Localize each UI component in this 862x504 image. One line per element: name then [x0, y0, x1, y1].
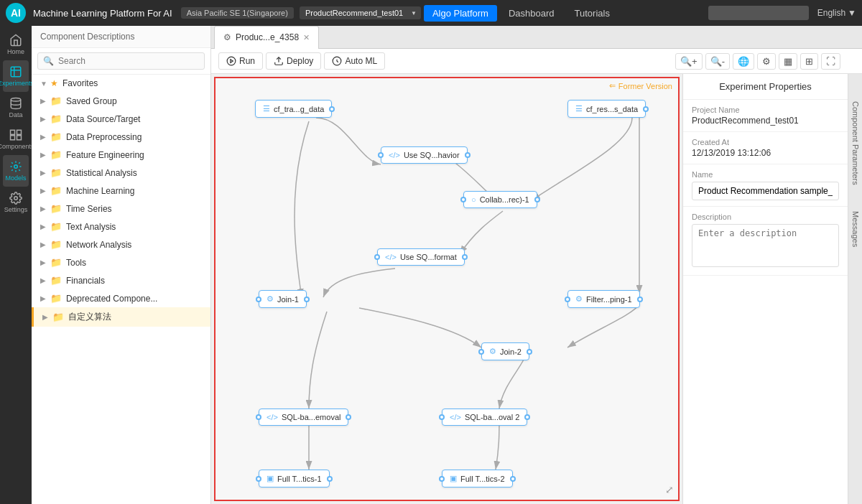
folder-icon: 📁 [50, 149, 62, 160]
node-port-right [346, 414, 351, 420]
nav-tutorials[interactable]: Tutorials [566, 5, 618, 22]
svg-point-5 [14, 165, 18, 169]
tab-label: Produc...e_4358 [236, 32, 299, 42]
side-tab-messages[interactable]: Messages [850, 205, 861, 253]
node-port-right [524, 414, 530, 420]
sidebar-icon-components[interactable]: Components [3, 123, 29, 155]
prop-label-description: Description [692, 213, 839, 221]
tab-product-recommend[interactable]: ⚙ Produc...e_4358 ✕ [214, 26, 319, 49]
component-panel: Component Descriptions 🔍 ▼ ★ Favorites ▶… [32, 26, 211, 504]
tree-item-favorites[interactable]: ▼ ★ Favorites [32, 75, 210, 92]
node-collab[interactable]: ○ Collab...rec)-1 [463, 191, 537, 208]
language-button[interactable]: English ▼ [817, 8, 856, 18]
node-sql-removal[interactable]: </> SQL-ba...emoval [259, 409, 348, 426]
node-port-right [327, 476, 333, 482]
close-tab-button[interactable]: ✕ [303, 33, 310, 42]
deploy-button[interactable]: Deploy [266, 52, 321, 70]
node-join-1[interactable]: ⚙ Join-1 [259, 290, 307, 308]
tree-item-statistical-analysis[interactable]: ▶ 📁 Statistical Analysis [32, 164, 210, 182]
tree-item-feature-engineering[interactable]: ▶ 📁 Feature Engineering [32, 146, 210, 164]
fullscreen-button[interactable]: ⛶ [821, 53, 840, 70]
run-button[interactable]: Run [218, 52, 263, 70]
sidebar-icon-settings[interactable]: Settings [3, 187, 29, 218]
auto-ml-button[interactable]: Auto ML [324, 52, 385, 70]
tree-item-data-preprocessing[interactable]: ▶ 📁 Data Preprocessing [32, 128, 210, 146]
sidebar-icon-home[interactable]: Home [3, 29, 29, 60]
tree-item-financials[interactable]: ▶ 📁 Financials [32, 271, 210, 289]
expand-arrow: ▶ [40, 169, 47, 177]
node-full-t-2[interactable]: ▣ Full T...tics-2 [442, 470, 513, 487]
main-area: ⚙ Produc...e_4358 ✕ Run Deploy Auto ML 🔍… [211, 26, 862, 504]
node-port-right [304, 297, 310, 302]
sidebar-icon-experiments[interactable]: Experiments [3, 60, 29, 92]
project-select[interactable]: ProductRecommend_test01 [300, 6, 421, 19]
node-sql-oval[interactable]: </> SQL-ba...oval 2 [442, 409, 527, 426]
sidebar-icon-data[interactable]: Data [3, 92, 29, 123]
folder-icon: 📁 [50, 293, 62, 304]
folder-icon: 📁 [50, 257, 62, 268]
expand-arrow: ▶ [42, 313, 50, 321]
node-use-sq-havior[interactable]: </> Use SQ...havior [381, 146, 468, 164]
tree-item-saved-group[interactable]: ▶ 📁 Saved Group [32, 92, 210, 110]
project-select-wrap[interactable]: ProductRecommend_test01 [300, 6, 421, 19]
folder-icon: 📁 [50, 167, 62, 178]
node-port-right [462, 254, 468, 260]
grid1-button[interactable]: ▦ [779, 53, 797, 70]
nav-dashboard[interactable]: Dashboard [500, 5, 563, 22]
canvas-area[interactable]: ⇐Former Version [214, 77, 680, 501]
folder-icon: 📁 [50, 275, 62, 286]
node-port-right [637, 297, 643, 302]
prop-name-input[interactable] [692, 182, 839, 200]
node-use-sq-format[interactable]: </> Use SQ...format [377, 248, 465, 266]
top-nav: AI Machine Learning Platform For AI Asia… [0, 0, 862, 26]
sidebar-icon-models[interactable]: Models [3, 155, 29, 187]
grid2-button[interactable]: ⊞ [800, 53, 818, 70]
node-full-t-1[interactable]: ▣ Full T...tics-1 [259, 470, 330, 487]
component-search-input[interactable] [37, 52, 205, 70]
expand-arrow: ▶ [40, 258, 47, 266]
tree-item-deprecated[interactable]: ▶ 📁 Deprecated Compone... [32, 289, 210, 307]
tree-item-time-series[interactable]: ▶ 📁 Time Series [32, 200, 210, 218]
expand-arrow: ▶ [40, 276, 47, 284]
zoom-in-button[interactable]: 🔍+ [675, 53, 703, 70]
node-filter[interactable]: ⚙ Filter...ping-1 [567, 290, 640, 308]
side-tabs: Component Parameters Messages [848, 74, 862, 504]
tree-label: Saved Group [66, 96, 117, 106]
folder-icon: 📁 [50, 185, 62, 196]
zoom-out-button[interactable]: 🔍- [705, 53, 730, 70]
experiment-properties-title: Experiment Properties [683, 74, 848, 100]
node-port-left [439, 414, 445, 420]
nav-algo-platform[interactable]: Algo Platform [424, 5, 497, 22]
side-tab-component-parameters[interactable]: Component Parameters [850, 95, 861, 191]
tree-item-tools[interactable]: ▶ 📁 Tools [32, 253, 210, 271]
globe-button[interactable]: 🌐 [733, 53, 754, 70]
prop-label-created-at: Created At [692, 138, 839, 146]
settings-button[interactable]: ⚙ [757, 53, 776, 70]
node-port-left [256, 476, 261, 482]
folder-icon: 📁 [50, 113, 62, 124]
tree-item-custom[interactable]: ▶ 📁 自定义算法 [32, 307, 210, 327]
right-panel: Experiment Properties Project Name Produ… [682, 74, 848, 504]
tree-item-machine-learning[interactable]: ▶ 📁 Machine Learning [32, 182, 210, 200]
prop-description-textarea[interactable] [692, 224, 839, 267]
svg-rect-4 [17, 136, 22, 140]
tree-item-text-analysis[interactable]: ▶ 📁 Text Analysis [32, 218, 210, 235]
expand-arrow: ▶ [40, 115, 47, 123]
expand-canvas-button[interactable]: ⤢ [665, 484, 674, 495]
top-search-input[interactable] [708, 6, 809, 20]
icon-sidebar: Home Experiments Data Components Models … [0, 26, 32, 504]
folder-icon: 📁 [50, 131, 62, 142]
star-icon: ★ [50, 78, 58, 88]
node-cf-tra[interactable]: ☰ cf_tra...g_data [255, 100, 332, 118]
tree-item-data-source[interactable]: ▶ 📁 Data Source/Target [32, 110, 210, 128]
node-port-left [439, 476, 445, 482]
svg-point-7 [227, 57, 236, 65]
node-join-2[interactable]: ⚙ Join-2 [481, 342, 529, 360]
svg-point-6 [14, 197, 18, 200]
tree-item-network-analysis[interactable]: ▶ 📁 Network Analysis [32, 235, 210, 253]
region-badge: Asia Pacific SE 1(Singapore) [181, 7, 294, 19]
node-cf-res[interactable]: ☰ cf_res...s_data [567, 100, 646, 118]
prop-label-project-name: Project Name [692, 106, 839, 114]
node-port-left [478, 349, 484, 355]
panel-title: Component Descriptions [32, 26, 210, 48]
